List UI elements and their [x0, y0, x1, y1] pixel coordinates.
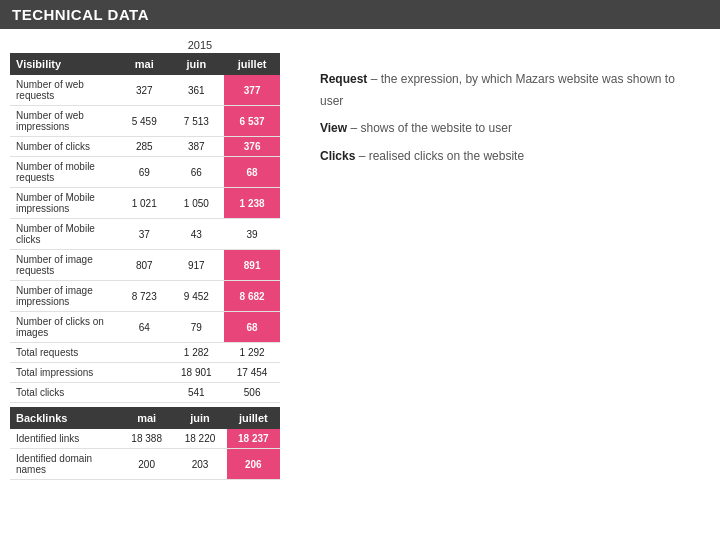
table-cell: 1 050 — [168, 188, 224, 219]
main-content: 2015 Visibility mai juin juillet Number … — [0, 29, 720, 490]
visibility-col-header: Visibility — [10, 53, 120, 75]
table-cell: 1 292 — [224, 343, 280, 363]
table-row: Number of image requests — [10, 250, 120, 281]
table-row: Number of mobile requests — [10, 157, 120, 188]
table-cell: 891 — [224, 250, 280, 281]
table-cell: 8 682 — [224, 281, 280, 312]
table-cell: 64 — [120, 312, 168, 343]
table-row: Number of image impressions — [10, 281, 120, 312]
table-cell: 9 452 — [168, 281, 224, 312]
table-row: Identified domain names — [10, 449, 120, 480]
table-cell: 206 — [227, 449, 280, 480]
clicks-label: Clicks — [320, 149, 355, 163]
table-cell: 361 — [168, 75, 224, 106]
table-cell: 68 — [224, 312, 280, 343]
page-header: TECHNICAL DATA — [0, 0, 720, 29]
table-row: Number of web impressions — [10, 106, 120, 137]
table-row: Number of web requests — [10, 75, 120, 106]
table-cell: 7 513 — [168, 106, 224, 137]
table-row: Total impressions — [10, 363, 120, 383]
table-cell: 68 — [224, 157, 280, 188]
clicks-text: – realised clicks on the website — [355, 149, 524, 163]
table-cell: 8 723 — [120, 281, 168, 312]
view-label: View — [320, 121, 347, 135]
juillet-col-header: juillet — [224, 53, 280, 75]
table-cell: 917 — [168, 250, 224, 281]
backlinks-juillet-header: juillet — [227, 407, 280, 429]
table-cell: 377 — [224, 75, 280, 106]
table-cell: 327 — [120, 75, 168, 106]
table-cell: 66 — [168, 157, 224, 188]
data-table-section: 2015 Visibility mai juin juillet Number … — [10, 39, 280, 480]
table-row: Number of Mobile clicks — [10, 219, 120, 250]
table-cell: 69 — [120, 157, 168, 188]
juin-col-header: juin — [168, 53, 224, 75]
table-cell: 17 454 — [224, 363, 280, 383]
table-cell: 18 237 — [227, 429, 280, 449]
visibility-table: Visibility mai juin juillet Number of we… — [10, 53, 280, 403]
request-label: Request — [320, 72, 367, 86]
backlinks-col-header: Backlinks — [10, 407, 120, 429]
table-cell: 18 901 — [168, 363, 224, 383]
table-cell: 541 — [168, 383, 224, 403]
table-cell — [120, 383, 168, 403]
table-cell — [120, 343, 168, 363]
year-label: 2015 — [120, 39, 280, 51]
table-cell: 1 238 — [224, 188, 280, 219]
request-text: – the expression, by which Mazars websit… — [320, 72, 675, 108]
table-row: Identified links — [10, 429, 120, 449]
legend-request: Request – the expression, by which Mazar… — [320, 69, 690, 112]
table-cell: 39 — [224, 219, 280, 250]
legend-view: View – shows of the website to user — [320, 118, 690, 140]
backlinks-mai-header: mai — [120, 407, 173, 429]
backlinks-table: Backlinks mai juin juillet Identified li… — [10, 407, 280, 480]
table-cell: 807 — [120, 250, 168, 281]
mai-col-header: mai — [120, 53, 168, 75]
legend-clicks: Clicks – realised clicks on the website — [320, 146, 690, 168]
table-cell: 387 — [168, 137, 224, 157]
table-cell: 285 — [120, 137, 168, 157]
table-row: Number of Mobile impressions — [10, 188, 120, 219]
table-cell: 5 459 — [120, 106, 168, 137]
table-cell: 37 — [120, 219, 168, 250]
table-cell: 18 220 — [173, 429, 226, 449]
table-row: Total clicks — [10, 383, 120, 403]
table-cell: 1 282 — [168, 343, 224, 363]
table-row: Number of clicks — [10, 137, 120, 157]
backlinks-juin-header: juin — [173, 407, 226, 429]
table-cell — [120, 363, 168, 383]
table-cell: 376 — [224, 137, 280, 157]
table-cell: 18 388 — [120, 429, 173, 449]
table-row: Total requests — [10, 343, 120, 363]
page-title: TECHNICAL DATA — [12, 6, 149, 23]
view-text: – shows of the website to user — [347, 121, 512, 135]
table-cell: 200 — [120, 449, 173, 480]
table-cell: 43 — [168, 219, 224, 250]
table-cell: 1 021 — [120, 188, 168, 219]
table-cell: 6 537 — [224, 106, 280, 137]
table-cell: 203 — [173, 449, 226, 480]
legend-section: Request – the expression, by which Mazar… — [300, 39, 710, 480]
table-row: Number of clicks on images — [10, 312, 120, 343]
table-cell: 506 — [224, 383, 280, 403]
table-cell: 79 — [168, 312, 224, 343]
